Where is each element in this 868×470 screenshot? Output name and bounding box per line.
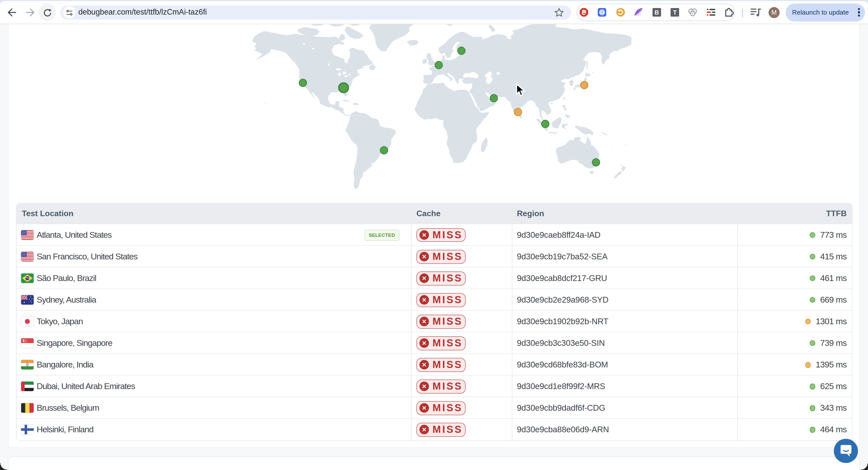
svg-text:T: T	[673, 9, 677, 16]
svg-text:B: B	[654, 9, 659, 16]
